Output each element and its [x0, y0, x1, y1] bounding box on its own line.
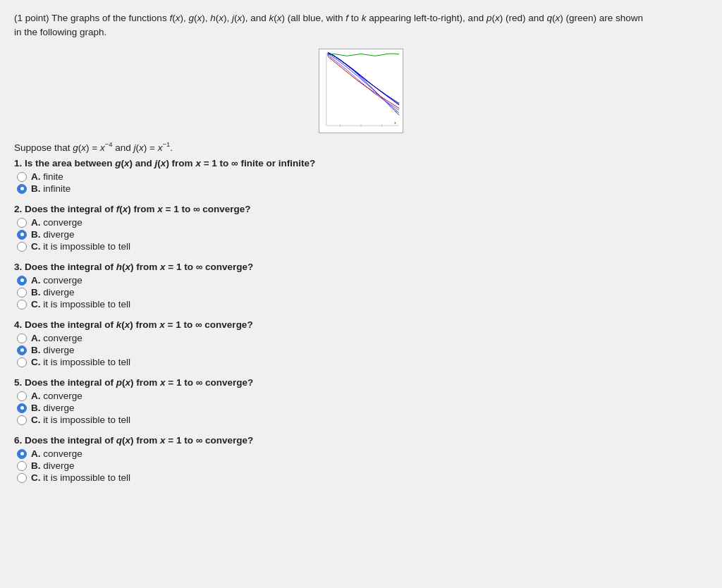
question-4-option-c[interactable]: C. it is impossible to tell: [17, 357, 708, 367]
option-label-q3-c: C. it is impossible to tell: [31, 299, 130, 310]
question-5-option-c[interactable]: C. it is impossible to tell: [17, 415, 708, 425]
option-label-q6-c: C. it is impossible to tell: [31, 472, 130, 483]
question-6-option-b[interactable]: B. diverge: [17, 460, 708, 471]
radio-q3-c[interactable]: [17, 300, 27, 310]
question-3-title: 3. Does the integral of h(x) from x = 1 …: [14, 262, 708, 272]
option-label-q3-b: B. diverge: [31, 287, 75, 298]
question-1-title: 1. Is the area between g(x) and j(x) fro…: [14, 158, 708, 169]
intro-paragraph: (1 point) The graphs of the functions f(…: [14, 11, 649, 40]
option-label-q5-c: C. it is impossible to tell: [31, 415, 130, 425]
option-label-q3-a: A. converge: [31, 275, 82, 286]
radio-q2-c[interactable]: [17, 242, 27, 252]
question-6-block: 6. Does the integral of q(x) from x = 1 …: [14, 435, 708, 483]
option-label-q2-a: A. converge: [31, 217, 82, 228]
question-5-option-b[interactable]: B. diverge: [17, 403, 708, 413]
radio-q3-b[interactable]: [17, 288, 27, 298]
question-5-block: 5. Does the integral of p(x) from x = 1 …: [14, 377, 708, 425]
option-label-q4-b: B. diverge: [31, 345, 75, 355]
radio-q6-c[interactable]: [17, 473, 27, 483]
radio-q1-a[interactable]: [17, 172, 27, 182]
radio-q4-a[interactable]: [17, 333, 27, 343]
svg-rect-0: [319, 49, 403, 133]
option-label-q6-b: B. diverge: [31, 460, 75, 471]
option-label-q2-b: B. diverge: [31, 229, 75, 240]
questions-container: 1. Is the area between g(x) and j(x) fro…: [14, 158, 708, 483]
question-6-option-a[interactable]: A. converge: [17, 448, 708, 459]
radio-q4-b[interactable]: [17, 345, 27, 355]
question-3-option-a[interactable]: A. converge: [17, 275, 708, 286]
radio-q5-c[interactable]: [17, 415, 27, 425]
radio-q2-a[interactable]: [17, 218, 27, 228]
question-5-option-a[interactable]: A. converge: [17, 391, 708, 401]
graph-container: x y: [14, 49, 708, 136]
question-2-option-a[interactable]: A. converge: [17, 217, 708, 228]
option-label-q1-a: A. finite: [31, 171, 63, 182]
question-5-title: 5. Does the integral of p(x) from x = 1 …: [14, 377, 708, 388]
question-6-option-c[interactable]: C. it is impossible to tell: [17, 472, 708, 483]
question-3-option-b[interactable]: B. diverge: [17, 287, 708, 298]
question-4-title: 4. Does the integral of k(x) from x = 1 …: [14, 319, 708, 330]
option-label-q5-b: B. diverge: [31, 403, 75, 413]
question-2-title: 2. Does the integral of f(x) from x = 1 …: [14, 204, 708, 214]
radio-q1-b[interactable]: [17, 184, 27, 194]
option-label-q5-a: A. converge: [31, 391, 82, 401]
option-label-q2-c: C. it is impossible to tell: [31, 241, 130, 252]
option-label-q4-a: A. converge: [31, 333, 82, 343]
option-label-q4-c: C. it is impossible to tell: [31, 357, 130, 367]
option-label-q1-b: B. infinite: [31, 183, 71, 194]
radio-q5-a[interactable]: [17, 391, 27, 401]
question-4-option-b[interactable]: B. diverge: [17, 345, 708, 355]
radio-q3-a[interactable]: [17, 276, 27, 286]
radio-q2-b[interactable]: [17, 230, 27, 240]
option-label-q6-a: A. converge: [31, 448, 82, 459]
question-1-block: 1. Is the area between g(x) and j(x) fro…: [14, 158, 708, 194]
question-2-option-b[interactable]: B. diverge: [17, 229, 708, 240]
question-2-block: 2. Does the integral of f(x) from x = 1 …: [14, 204, 708, 252]
question-1-option-b[interactable]: B. infinite: [17, 183, 708, 194]
radio-q6-a[interactable]: [17, 449, 27, 459]
question-3-block: 3. Does the integral of h(x) from x = 1 …: [14, 262, 708, 310]
question-3-option-c[interactable]: C. it is impossible to tell: [17, 299, 708, 310]
suppose-text: Suppose that g(x) = x−4 and j(x) = x−1.: [14, 140, 708, 153]
radio-q4-c[interactable]: [17, 357, 27, 367]
question-6-title: 6. Does the integral of q(x) from x = 1 …: [14, 435, 708, 446]
question-2-option-c[interactable]: C. it is impossible to tell: [17, 241, 708, 252]
radio-q5-b[interactable]: [17, 403, 27, 413]
radio-q6-b[interactable]: [17, 461, 27, 471]
question-4-block: 4. Does the integral of k(x) from x = 1 …: [14, 319, 708, 367]
graph-image[interactable]: x y: [319, 49, 403, 133]
question-4-option-a[interactable]: A. converge: [17, 333, 708, 343]
question-1-option-a[interactable]: A. finite: [17, 171, 708, 182]
